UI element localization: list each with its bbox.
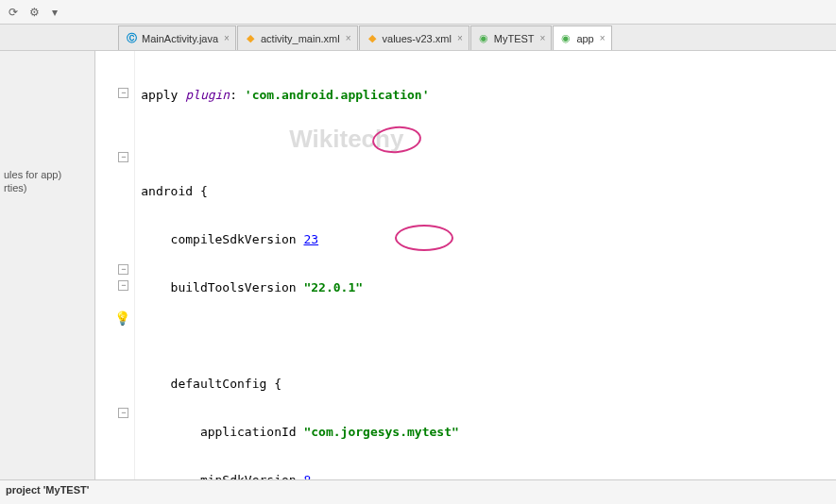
bottom-panel[interactable]: project 'MyTEST': [0, 479, 836, 504]
close-icon[interactable]: ×: [224, 33, 230, 43]
close-icon[interactable]: ×: [346, 33, 351, 43]
tab-label: values-v23.xml: [383, 33, 452, 44]
settings-icon[interactable]: ⚙: [25, 3, 43, 22]
tab-label: MyTEST: [494, 33, 535, 44]
code-line: compileSdkVersion 23: [141, 231, 836, 247]
code-line: buildToolsVersion "22.0.1": [141, 279, 836, 295]
sync-icon[interactable]: ⟳: [4, 3, 23, 22]
gradle-icon: ◉: [559, 32, 572, 45]
tab-label: MainActivity.java: [142, 33, 218, 44]
code-area[interactable]: apply plugin: 'com.android.application' …: [135, 51, 836, 479]
close-icon[interactable]: ×: [600, 33, 606, 43]
toolbar: ⟳ ⚙ ▾: [0, 0, 836, 25]
code-line: applicationId "com.jorgesys.mytest": [141, 424, 836, 440]
tab-label: activity_main.xml: [261, 33, 340, 44]
main-area: ules for app) rties) Wikitechy − − − − 💡…: [0, 51, 836, 479]
code-line: android {: [141, 183, 836, 199]
code-line: defaultConfig {: [141, 376, 836, 392]
tab-activity-main[interactable]: ◆ activity_main.xml ×: [237, 25, 358, 50]
editor-tabs: Ⓒ MainActivity.java × ◆ activity_main.xm…: [0, 25, 836, 51]
sidebar-item[interactable]: ules for app): [4, 168, 91, 181]
code-line: apply plugin: 'com.android.application': [141, 87, 836, 103]
tab-label: app: [576, 33, 593, 44]
gutter[interactable]: − − − − 💡 −: [95, 51, 135, 479]
gradle-icon: ◉: [477, 32, 490, 45]
project-sidebar[interactable]: ules for app) rties): [0, 51, 95, 479]
fold-icon[interactable]: −: [118, 264, 128, 275]
tab-values-v23[interactable]: ◆ values-v23.xml ×: [359, 25, 469, 50]
xml-icon: ◆: [366, 32, 379, 45]
fold-icon[interactable]: −: [118, 280, 128, 291]
fold-icon[interactable]: −: [118, 88, 128, 98]
fold-icon[interactable]: −: [118, 408, 128, 418]
code-line: [141, 135, 836, 151]
close-icon[interactable]: ×: [540, 33, 546, 43]
xml-icon: ◆: [244, 32, 257, 45]
code-line: [141, 328, 836, 344]
close-icon[interactable]: ×: [457, 33, 463, 43]
fold-icon[interactable]: −: [118, 152, 128, 162]
editor: Wikitechy − − − − 💡 − apply plugin: 'com…: [95, 51, 836, 479]
java-class-icon: Ⓒ: [125, 32, 138, 45]
bottom-panel-title: project 'MyTEST': [6, 484, 89, 496]
sidebar-item[interactable]: rties): [4, 181, 91, 194]
dropdown-icon[interactable]: ▾: [45, 3, 64, 22]
tab-mytest[interactable]: ◉ MyTEST ×: [470, 25, 553, 50]
bulb-icon[interactable]: 💡: [114, 311, 130, 326]
tab-app[interactable]: ◉ app ×: [553, 25, 611, 50]
tab-mainactivity[interactable]: Ⓒ MainActivity.java ×: [118, 25, 236, 50]
